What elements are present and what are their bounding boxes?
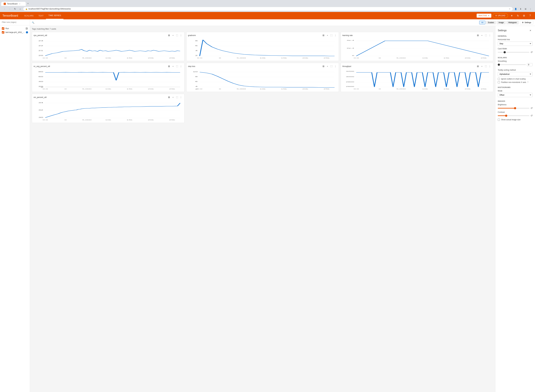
forward-button[interactable]: › — [8, 7, 12, 11]
bert-run-checkbox[interactable] — [2, 31, 4, 33]
menu-icon[interactable]: ⋮ — [528, 7, 533, 11]
chart-more-btn-gradnorm[interactable]: ⋮ — [334, 33, 337, 37]
nav-text[interactable]: TEXT — [36, 12, 46, 19]
settings-close-button[interactable]: × — [528, 28, 533, 33]
contrast-label: Contrast — [498, 111, 533, 113]
chart-more-btn-nc[interactable]: ⋮ — [179, 65, 183, 68]
partition-nonmonotonic-checkbox[interactable] — [498, 81, 500, 83]
chart-pin-btn-sl[interactable]: ⌖ — [326, 65, 329, 68]
chart-more-btn-cpu[interactable]: ⋮ — [179, 33, 183, 37]
settings-toggle-button[interactable]: ⚙ Settings — [520, 21, 533, 24]
chart-more-btn-lr[interactable]: ⋮ — [488, 33, 492, 37]
filter-all[interactable]: All — [479, 21, 485, 24]
partition-help-icon[interactable]: ? — [527, 81, 528, 83]
chart-image-btn-vm[interactable]: 🖼 — [167, 95, 171, 99]
settings-button[interactable]: ⚙ — [521, 13, 526, 18]
tag-filter-input[interactable] — [36, 21, 478, 24]
horizontal-axis-select[interactable]: Step Relative Wall — [498, 42, 533, 46]
extensions-icon[interactable]: ⊞ — [523, 7, 528, 11]
svg-text:15k: 15k — [443, 88, 450, 89]
settings-general-title: GENERAL — [498, 35, 533, 37]
chart-title-gradnorm: gradnorm — [188, 34, 321, 37]
status-badge[interactable]: INACTIVE ▼ — [477, 14, 491, 18]
home-button[interactable]: ⌂ — [18, 7, 22, 11]
chart-title-throughput: throughput — [342, 65, 476, 67]
reload-button[interactable]: ↻ — [515, 13, 520, 18]
chart-card-lr: learning rate 🖼 ⌖ ⛶ ⋮ 4e-4 — [341, 32, 493, 61]
sidebar-search-input[interactable] — [1, 21, 29, 24]
ignore-outliers-checkbox[interactable] — [498, 78, 500, 80]
nav-scalars[interactable]: SCALARS — [22, 12, 36, 19]
smoothing-slider[interactable] — [498, 64, 526, 65]
help-button[interactable]: ? — [528, 13, 533, 18]
upload-button[interactable]: ⬆ UPLOAD — [493, 13, 508, 18]
histogram-mode-select[interactable]: Offset Overlay — [498, 93, 533, 97]
chart-more-btn-tp[interactable]: ⋮ — [488, 65, 492, 68]
chart-expand-btn-nc[interactable]: ⛶ — [175, 65, 179, 68]
chart-image-btn-lr[interactable]: 🖼 — [476, 33, 480, 37]
card-width-row: ↺ — [498, 51, 533, 54]
svg-text:34: 34 — [38, 102, 43, 103]
back-button[interactable]: ‹ — [2, 7, 7, 11]
theme-toggle-button[interactable]: ☀ — [509, 13, 514, 18]
chart-more-btn-sl[interactable]: ⋮ — [334, 65, 337, 68]
contrast-row: ↺ — [498, 114, 533, 117]
download-manager-icon[interactable]: ⬇ — [518, 7, 523, 11]
svg-text:15k: 15k — [443, 57, 450, 59]
filter-histogram[interactable]: Histogram — [506, 21, 519, 24]
chart-pin-btn-nc[interactable]: ⌖ — [171, 65, 175, 68]
settings-scalars-section: SCALARS Smoothing Tooltip sorting method… — [498, 57, 533, 83]
chart-image-btn-cpu[interactable]: 🖼 — [167, 33, 171, 37]
chart-image-btn-nc[interactable]: 🖼 — [167, 65, 171, 68]
settings-general-section: GENERAL Horizontal Axis Step Relative Wa… — [498, 35, 533, 54]
nav-time-series[interactable]: TIME SERIES — [46, 12, 63, 19]
account-icon[interactable]: 👤 — [514, 7, 518, 11]
refresh-button[interactable]: ↻ — [13, 7, 17, 11]
contrast-slider[interactable] — [498, 115, 529, 116]
svg-text:5,000: 5,000 — [237, 57, 246, 59]
chart-pin-btn-vm[interactable]: ⌖ — [171, 95, 175, 99]
show-actual-size-checkbox[interactable] — [498, 119, 500, 121]
chart-svg-vm: 34 32 30 0:0 0 — [33, 100, 183, 121]
brightness-slider[interactable] — [498, 108, 529, 108]
chart-pin-btn-tp[interactable]: ⌖ — [480, 65, 484, 68]
filter-scalars[interactable]: Scalars — [486, 21, 496, 24]
chart-pin-btn-lr[interactable]: ⌖ — [480, 33, 484, 37]
svg-text:3200: 3200 — [346, 71, 354, 72]
top-nav: TensorBoard SCALARS TEXT TIME SERIES INA… — [0, 12, 535, 19]
new-tab-button[interactable]: + — [26, 1, 30, 6]
bookmark-icon[interactable]: ☆ — [509, 8, 511, 10]
svg-text:25k: 25k — [169, 119, 175, 121]
smoothing-number-input[interactable] — [527, 63, 533, 66]
chart-expand-btn-tp[interactable]: ⛶ — [484, 65, 488, 68]
brightness-reset-button[interactable]: ↺ — [530, 107, 533, 110]
chart-image-btn-gradnorm[interactable]: 🖼 — [321, 33, 325, 37]
chart-expand-btn-cpu[interactable]: ⛶ — [175, 33, 179, 37]
filter-image[interactable]: Image — [497, 21, 506, 24]
chart-pin-btn-gradnorm[interactable]: ⌖ — [326, 33, 329, 37]
svg-text:10k: 10k — [105, 119, 111, 121]
chart-more-btn-vm[interactable]: ⋮ — [179, 95, 183, 99]
tab-favicon: T — [4, 3, 6, 5]
settings-gear-icon: ⚙ — [522, 21, 524, 23]
chart-expand-btn-gradnorm[interactable]: ⛶ — [330, 33, 333, 37]
chart-expand-btn-lr[interactable]: ⛶ — [484, 33, 488, 37]
upload-icon: ⬆ — [495, 14, 497, 17]
svg-text:10k: 10k — [422, 57, 428, 59]
chart-pin-btn-cpu[interactable]: ⌖ — [171, 33, 175, 37]
svg-text:25k: 25k — [169, 57, 175, 59]
chart-expand-btn-vm[interactable]: ⛶ — [175, 95, 179, 99]
url-bar[interactable]: 🔒 localhost:6007/?tagFilter=&smoothing=0… — [23, 7, 513, 11]
upload-label: UPLOAD — [498, 14, 505, 17]
settings-panel-title: Settings — [498, 29, 507, 32]
chart-image-btn-sl[interactable]: 🖼 — [321, 65, 325, 68]
tooltip-sorting-select[interactable]: Alphabetical Ascending Descending Neares… — [498, 72, 533, 76]
chart-expand-btn-sl[interactable]: ⛶ — [330, 65, 333, 68]
run-header-checkbox[interactable] — [2, 27, 4, 30]
svg-text:0:0: 0:0 — [197, 57, 202, 59]
contrast-reset-button[interactable]: ↺ — [530, 114, 533, 117]
chart-image-btn-tp[interactable]: 🖼 — [476, 65, 480, 68]
card-width-slider[interactable] — [498, 52, 529, 53]
card-width-reset-button[interactable]: ↺ — [530, 51, 533, 54]
tab-close-button[interactable]: × — [19, 3, 21, 5]
